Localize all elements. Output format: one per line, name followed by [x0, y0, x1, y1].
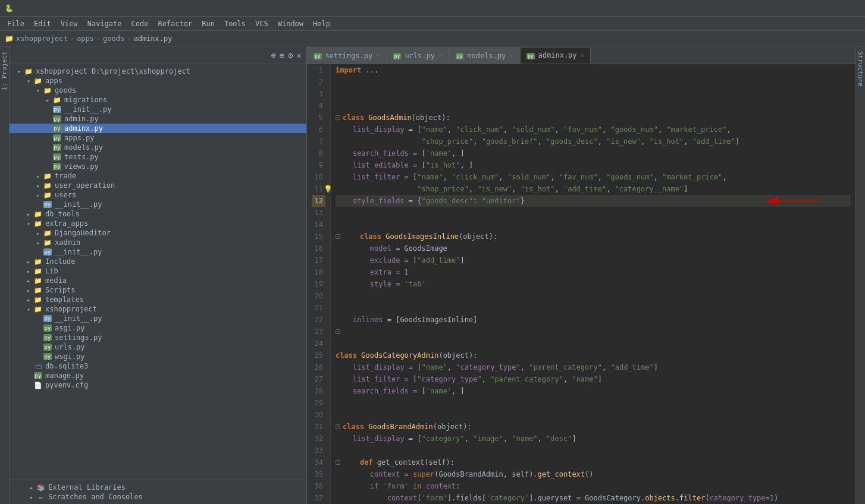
code-line-27: list_filter = ["category_type", "parent_…: [336, 373, 851, 385]
tree-item-managepy[interactable]: pymanage.py: [10, 371, 306, 380]
app-icon: 🐍: [5, 4, 14, 12]
line-number-30: 30: [312, 409, 325, 421]
tree-item-__init__py-goods[interactable]: py__init__.py: [10, 105, 306, 114]
tree-icon-__init__py-xshop: py: [43, 314, 52, 323]
close-sidebar-button[interactable]: ✕: [297, 51, 302, 60]
menu-item-tools[interactable]: Tools: [220, 18, 250, 29]
tab-models[interactable]: pymodels.py×: [449, 47, 520, 64]
tab-close-adminx[interactable]: ×: [581, 52, 585, 59]
tree-label-extra_apps: extra_apps: [45, 219, 88, 228]
tree-item-extra_apps[interactable]: ▾📁extra_apps: [10, 219, 306, 228]
tree-arrow-xshopproject-root: ▾: [14, 68, 24, 75]
tree-icon-settingspy: py: [43, 333, 52, 342]
line-number-26: 26: [312, 361, 325, 373]
tab-urls[interactable]: pyurls.py×: [387, 47, 449, 64]
code-text-11: "shop_price", "is_new", "is_hot", "add_t…: [336, 183, 688, 195]
tree-item-__init__py-apps[interactable]: py__init__.py: [10, 200, 306, 209]
tree-item-xshopproject-inner[interactable]: ▾📁xshopproject: [10, 304, 306, 314]
tree-item-Include[interactable]: ▸📁Include: [10, 257, 306, 266]
fold-button-5[interactable]: −: [336, 115, 340, 120]
fold-button-15[interactable]: −: [336, 234, 340, 239]
tree-item-__init__py-xshop[interactable]: py__init__.py: [10, 314, 306, 323]
code-line-25: class GoodsCategoryAdmin(object):: [336, 349, 851, 361]
tree-item-wsgipy[interactable]: pywsgi.py: [10, 352, 306, 361]
tree-item-xadmin[interactable]: ▸📁xadmin: [10, 238, 306, 247]
tab-settings[interactable]: pysettings.py×: [307, 47, 387, 64]
tree-item-testspy[interactable]: pytests.py: [10, 152, 306, 162]
tree-item-adminxpy[interactable]: pyadminx.py: [10, 124, 306, 133]
tree-label-asgipy: asgi.py: [55, 324, 85, 332]
tab-close-urls[interactable]: ×: [438, 52, 443, 59]
tab-close-settings[interactable]: ×: [376, 52, 380, 59]
tree-item-templates[interactable]: ▸📁templates: [10, 295, 306, 304]
fold-button-31[interactable]: −: [336, 424, 340, 429]
breadcrumb-item-3[interactable]: adminx.py: [133, 34, 172, 43]
tree-arrow-DjangoUeditor: ▸: [33, 230, 43, 237]
menu-item-window[interactable]: Window: [273, 18, 308, 29]
tree-item-appspy[interactable]: pyapps.py: [10, 133, 306, 143]
breadcrumb-item-0[interactable]: xshopproject: [16, 34, 68, 43]
tab-icon-settings: py: [314, 52, 322, 59]
breadcrumb-separator: ›: [70, 34, 74, 43]
tree-icon-__init__py-goods: py: [52, 105, 62, 114]
code-editor[interactable]: 1234567891011121314151617181920212223242…: [307, 64, 855, 504]
breadcrumb-item-1[interactable]: apps: [77, 34, 94, 43]
line-number-27: 27: [312, 373, 325, 385]
tree-item-migrations[interactable]: ▸📁migrations: [10, 95, 306, 105]
tree-item-xshopproject-root[interactable]: ▾📁xshopproject D:\project\xshopproject: [10, 67, 306, 76]
tab-close-models[interactable]: ×: [509, 52, 513, 59]
structure-tab-label[interactable]: Structure: [855, 49, 865, 89]
bottom-item-scratches[interactable]: ▸✏Scratches and Consoles: [10, 492, 306, 502]
tree-item-urlspy[interactable]: pyurls.py: [10, 342, 306, 352]
menu-item-run[interactable]: Run: [197, 18, 220, 29]
tree-indent: [10, 105, 43, 114]
menu-item-help[interactable]: Help: [308, 18, 335, 29]
line-number-18: 18: [312, 266, 325, 278]
tree-item-settingspy[interactable]: pysettings.py: [10, 333, 306, 342]
project-tab-label[interactable]: 1: Project: [0, 49, 10, 93]
line-numbers: 1234567891011121314151617181920212223242…: [307, 64, 331, 504]
tree-icon-user_operation: 📁: [43, 181, 52, 190]
tree-item-Scripts[interactable]: ▸📁Scripts: [10, 285, 306, 295]
settings-button[interactable]: ⚙: [288, 51, 293, 60]
menu-item-refactor[interactable]: Refactor: [153, 18, 197, 29]
tree-item-users[interactable]: ▸📁users: [10, 190, 306, 200]
tree-item-DjangoUeditor[interactable]: ▸📁DjangoUeditor: [10, 228, 306, 238]
fold-button-23[interactable]: −: [336, 329, 340, 334]
tree-item-asgipy[interactable]: pyasgi.py: [10, 323, 306, 333]
code-line-32: list_display = ["category", "image", "na…: [336, 433, 851, 445]
tab-adminx[interactable]: pyadminx.py×: [520, 47, 591, 64]
tree-label-testspy: tests.py: [64, 153, 99, 161]
tree-item-user_operation[interactable]: ▸📁user_operation: [10, 181, 306, 190]
warning-bulb-11[interactable]: 💡: [324, 183, 333, 195]
menu-item-vcs[interactable]: VCS: [250, 18, 273, 29]
fold-button-34[interactable]: −: [336, 460, 340, 465]
menu-item-navigate[interactable]: Navigate: [83, 18, 127, 29]
menu-item-edit[interactable]: Edit: [29, 18, 56, 29]
menu-item-file[interactable]: File: [2, 18, 29, 29]
tree-item-viewspy[interactable]: pyviews.py: [10, 162, 306, 171]
locate-file-button[interactable]: ⊕: [271, 51, 275, 60]
code-content[interactable]: import ...−class GoodsAdmin(object): lis…: [331, 64, 855, 504]
tree-item-media[interactable]: ▸📁media: [10, 276, 306, 285]
tree-item-dbsqlite3[interactable]: 🗃db.sqlite3: [10, 361, 306, 371]
code-line-34: − def get_context(self):: [336, 456, 851, 468]
bottom-item-external-libs[interactable]: ▸📚External Libraries: [10, 483, 306, 492]
tree-item-apps[interactable]: ▾📁apps: [10, 76, 306, 86]
code-line-30: [336, 409, 851, 421]
tree-item-modelspy[interactable]: pymodels.py: [10, 143, 306, 152]
breadcrumb-item-2[interactable]: goods: [103, 34, 124, 43]
code-text-26: list_display = ["name", "category_type",…: [336, 361, 658, 373]
code-line-33: [336, 445, 851, 456]
tree-item-__init__py-extra[interactable]: py__init__.py: [10, 247, 306, 257]
collapse-all-button[interactable]: ≡: [280, 51, 284, 60]
tree-item-db_tools[interactable]: ▸📁db_tools: [10, 209, 306, 219]
tree-item-trade[interactable]: ▸📁trade: [10, 171, 306, 181]
tree-item-Lib[interactable]: ▸📁Lib: [10, 266, 306, 276]
menu-item-view[interactable]: View: [56, 18, 83, 29]
tree-item-goods[interactable]: ▾📁goods: [10, 86, 306, 95]
menu-item-code[interactable]: Code: [127, 18, 153, 29]
tree-label-user_operation: user_operation: [55, 181, 115, 190]
tree-item-pyvenv[interactable]: 📄pyvenv.cfg: [10, 380, 306, 390]
tree-item-adminpy[interactable]: pyadmin.py: [10, 114, 306, 124]
